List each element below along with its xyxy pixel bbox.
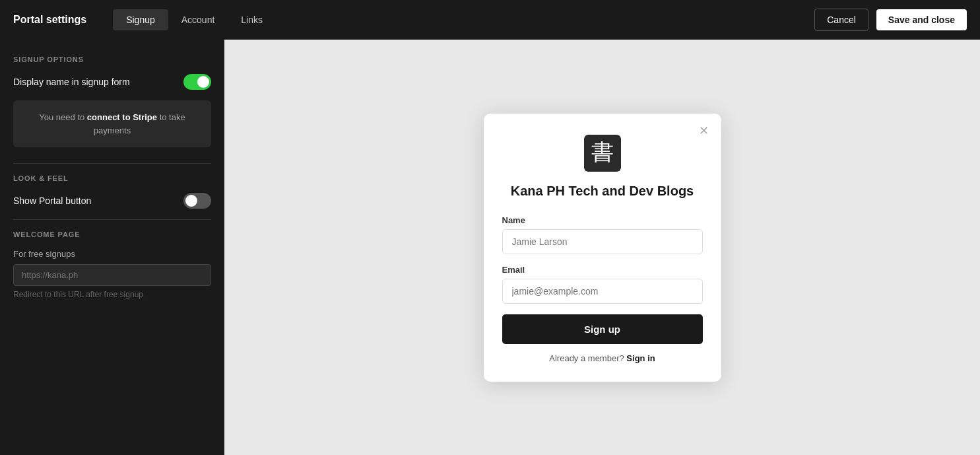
tab-bar: Signup Account Links xyxy=(113,9,814,30)
sign-in-link[interactable]: Sign in xyxy=(626,353,655,363)
tab-links[interactable]: Links xyxy=(228,9,276,30)
stripe-notice: You need to connect to Stripe to take pa… xyxy=(13,100,211,147)
tab-signup[interactable]: Signup xyxy=(113,9,168,30)
sidebar: SIGNUP OPTIONS Display name in signup fo… xyxy=(0,40,224,455)
header: Portal settings Signup Account Links Can… xyxy=(0,0,980,40)
name-input[interactable] xyxy=(502,229,703,254)
modal-site-name: Kana PH Tech and Dev Blogs xyxy=(502,182,703,199)
cancel-button[interactable]: Cancel xyxy=(814,9,868,31)
modal-close-button[interactable]: ✕ xyxy=(696,123,712,139)
show-portal-toggle[interactable] xyxy=(183,193,211,209)
free-signup-url-input[interactable] xyxy=(13,264,211,286)
name-field-label: Name xyxy=(502,215,703,225)
page-title: Portal settings xyxy=(13,14,86,26)
email-field-label: Email xyxy=(502,265,703,275)
display-name-label: Display name in signup form xyxy=(13,77,130,87)
divider-2 xyxy=(13,219,211,220)
preview-area: ✕ 書 Kana PH Tech and Dev Blogs Name Emai… xyxy=(224,40,980,455)
save-close-button[interactable]: Save and close xyxy=(876,9,967,30)
divider-1 xyxy=(13,163,211,164)
tab-account[interactable]: Account xyxy=(168,9,228,30)
signup-button[interactable]: Sign up xyxy=(502,314,703,344)
url-hint: Redirect to this URL after free signup xyxy=(13,290,211,299)
signup-options-label: SIGNUP OPTIONS xyxy=(13,55,211,63)
stripe-connect-link[interactable]: connect to Stripe xyxy=(87,112,157,122)
show-portal-label: Show Portal button xyxy=(13,195,91,206)
svg-text:書: 書 xyxy=(591,140,614,164)
close-icon: ✕ xyxy=(699,123,709,138)
email-input[interactable] xyxy=(502,279,703,304)
for-free-signups-label: For free signups xyxy=(13,249,211,259)
header-actions: Cancel Save and close xyxy=(814,9,967,31)
signup-modal: ✕ 書 Kana PH Tech and Dev Blogs Name Emai… xyxy=(484,114,721,382)
site-logo: 書 xyxy=(584,135,621,172)
show-portal-setting: Show Portal button xyxy=(13,193,211,209)
display-name-toggle[interactable] xyxy=(183,74,211,90)
welcome-page-label: WELCOME PAGE xyxy=(13,230,211,238)
look-feel-label: LOOK & FEEL xyxy=(13,174,211,182)
already-member-text: Already a member? Sign in xyxy=(502,353,703,363)
main-content: SIGNUP OPTIONS Display name in signup fo… xyxy=(0,40,980,455)
display-name-setting: Display name in signup form xyxy=(13,74,211,90)
